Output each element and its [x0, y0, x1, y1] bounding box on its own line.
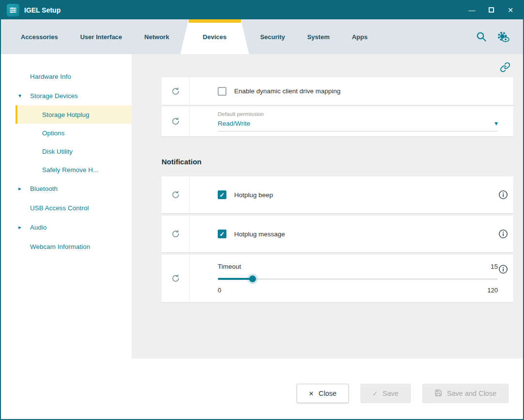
default-permission-row: Default permission Read/Write ▾: [162, 106, 513, 136]
close-x-icon: ✕: [309, 390, 314, 397]
sidebar-item-bluetooth[interactable]: ▸ Bluetooth: [1, 179, 132, 198]
window-title: IGEL Setup: [24, 6, 60, 14]
tab-user-interface[interactable]: User Interface: [69, 19, 134, 54]
tab-apps[interactable]: Apps: [341, 19, 379, 54]
hotplug-message-row: ✓ Hotplug message: [162, 216, 513, 252]
tab-label: System: [307, 33, 329, 41]
timeout-slider[interactable]: [218, 275, 498, 282]
close-button[interactable]: ✕ Close: [297, 384, 349, 403]
default-permission-value: Read/Write: [218, 120, 250, 127]
sidebar-item-storage-hotplug[interactable]: Storage Hotplug: [15, 105, 132, 124]
reset-parameter-button[interactable]: [162, 255, 190, 302]
tab-label: Accessories: [21, 33, 58, 41]
slider-thumb[interactable]: [249, 275, 256, 282]
default-permission-select[interactable]: Read/Write ▾: [218, 119, 498, 131]
tab-accessories[interactable]: Accessories: [10, 19, 69, 54]
sidebar-item-label: Storage Devices: [30, 92, 78, 100]
sidebar-item-label: Safely Remove H...: [42, 166, 98, 174]
timeout-label: Timeout: [218, 263, 241, 270]
sidebar-item-usb-access-control[interactable]: USB Access Control: [1, 198, 132, 217]
notification-section-title: Notification: [162, 158, 523, 166]
save-and-close-button-label: Save and Close: [447, 390, 496, 397]
sidebar-item-label: Hardware Info: [30, 73, 71, 80]
maximize-button[interactable]: [489, 7, 494, 14]
reset-parameter-button[interactable]: [162, 176, 190, 213]
reset-parameter-button[interactable]: [162, 106, 190, 136]
check-icon: ✓: [220, 231, 225, 238]
hotplug-beep-checkbox[interactable]: ✓: [218, 190, 226, 199]
drive-mapping-row: Enable dynamic client drive mapping: [162, 77, 513, 105]
sidebar-item-options[interactable]: Options: [1, 124, 132, 142]
close-button-label: Close: [319, 390, 337, 397]
tab-bar: Accessories User Interface Network Devic…: [1, 19, 523, 54]
tab-devices[interactable]: Devices: [180, 19, 249, 54]
tab-label: Apps: [352, 33, 368, 41]
sidebar-item-label: Webcam Information: [30, 243, 90, 250]
save-and-close-button[interactable]: Save and Close: [422, 384, 509, 403]
info-icon[interactable]: [498, 264, 508, 274]
timeout-row: Timeout 15 0 120: [162, 255, 513, 302]
hotplug-beep-row: ✓ Hotplug beep: [162, 176, 513, 213]
default-permission-label: Default permission: [218, 111, 498, 117]
drive-mapping-checkbox[interactable]: [218, 87, 226, 96]
igel-logo-icon: [7, 4, 19, 16]
sidebar-item-label: Bluetooth: [30, 185, 58, 192]
sidebar-item-audio[interactable]: ▸ Audio: [1, 217, 132, 237]
floppy-disk-icon: [434, 389, 442, 398]
sidebar-item-label: Storage Hotplug: [42, 111, 90, 118]
check-icon: ✓: [373, 390, 378, 397]
sidebar-item-label: Disk Utility: [42, 148, 73, 155]
chevron-right-icon[interactable]: ▸: [18, 224, 21, 231]
timeout-max: 120: [487, 287, 498, 294]
gear-eye-icon[interactable]: [497, 31, 509, 43]
tab-label: Security: [260, 33, 285, 41]
tab-network[interactable]: Network: [133, 19, 180, 54]
settings-panel: Enable dynamic client drive mapping: [132, 54, 523, 359]
maximize-icon: [489, 7, 494, 13]
window-controls: — ✕: [468, 7, 517, 14]
tab-system[interactable]: System: [296, 19, 341, 54]
sidebar-item-storage-devices[interactable]: ▾ Storage Devices: [1, 86, 132, 105]
sidebar-item-label: Audio: [30, 224, 47, 231]
tab-label: User Interface: [80, 33, 122, 41]
minimize-button[interactable]: —: [468, 7, 475, 14]
sidebar-item-hardware-info[interactable]: Hardware Info: [1, 67, 132, 86]
footer-bar: ✕ Close ✓ Save Save and Close: [132, 359, 523, 419]
sidebar-item-label: Options: [42, 130, 65, 137]
slider-fill: [218, 278, 253, 280]
info-icon[interactable]: [498, 229, 508, 239]
drive-mapping-label: Enable dynamic client drive mapping: [234, 87, 341, 95]
tab-security[interactable]: Security: [249, 19, 296, 54]
info-icon[interactable]: [498, 190, 508, 200]
sidebar-navigation: Hardware Info ▾ Storage Devices Storage …: [1, 54, 132, 419]
sidebar-item-disk-utility[interactable]: Disk Utility: [1, 142, 132, 160]
slider-track[interactable]: [218, 278, 498, 280]
sidebar-item-label: USB Access Control: [30, 204, 89, 212]
hotplug-message-checkbox[interactable]: ✓: [218, 230, 226, 238]
tabbar-icons: [476, 19, 523, 54]
search-icon[interactable]: [476, 31, 487, 43]
chevron-right-icon[interactable]: ▸: [18, 185, 21, 192]
save-button-label: Save: [383, 390, 399, 397]
tab-label: Devices: [203, 33, 226, 41]
hotplug-beep-label: Hotplug beep: [234, 191, 273, 199]
chevron-down-icon: ▾: [494, 119, 498, 127]
hotplug-message-label: Hotplug message: [234, 231, 285, 238]
timeout-value: 15: [491, 263, 498, 270]
check-icon: ✓: [220, 191, 225, 199]
save-button[interactable]: ✓ Save: [360, 384, 411, 403]
content-column: Enable dynamic client drive mapping: [132, 54, 523, 419]
sidebar-item-webcam-information[interactable]: Webcam Information: [1, 237, 132, 256]
link-icon[interactable]: [500, 62, 510, 75]
window-body: Hardware Info ▾ Storage Devices Storage …: [1, 54, 523, 419]
close-window-button[interactable]: ✕: [508, 7, 513, 14]
titlebar: IGEL Setup — ✕: [1, 1, 523, 19]
sidebar-item-safely-remove[interactable]: Safely Remove H...: [1, 160, 132, 179]
reset-parameter-button[interactable]: [162, 216, 190, 252]
tab-label: Network: [144, 33, 169, 41]
reset-parameter-button[interactable]: [162, 77, 190, 105]
timeout-min: 0: [218, 287, 221, 294]
chevron-down-icon[interactable]: ▾: [18, 92, 21, 99]
igel-setup-window: IGEL Setup — ✕ Accessories User Interfac…: [0, 0, 524, 420]
